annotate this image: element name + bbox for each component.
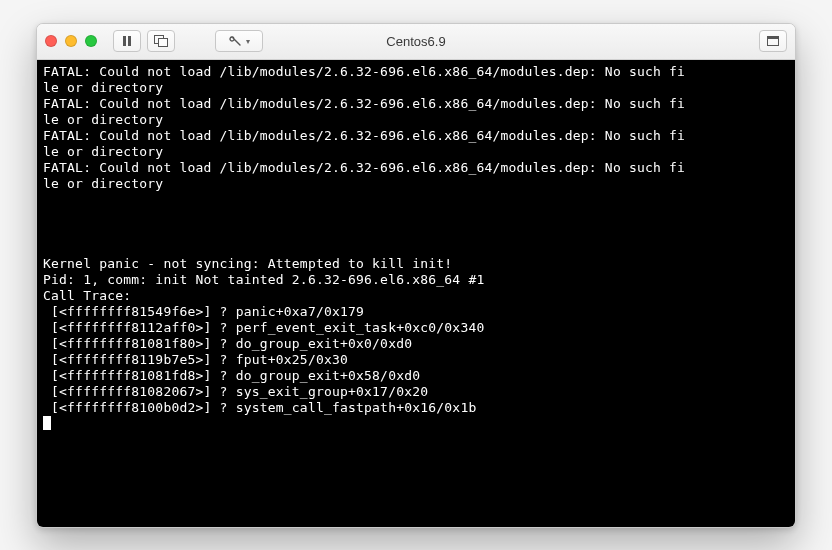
terminal-line: FATAL: Could not load /lib/modules/2.6.3… — [43, 64, 789, 80]
minimize-icon[interactable] — [65, 35, 77, 47]
terminal-line: [<ffffffff8112aff0>] ? perf_event_exit_t… — [43, 320, 789, 336]
svg-rect-5 — [768, 37, 779, 40]
terminal-line: [<ffffffff81549f6e>] ? panic+0xa7/0x179 — [43, 304, 789, 320]
snapshot-icon — [154, 35, 168, 47]
toolbar-left — [113, 30, 175, 52]
vm-window: ▾ Centos6.9 FATAL: Could not load /lib/m… — [36, 23, 796, 528]
zoom-icon[interactable] — [85, 35, 97, 47]
terminal-line — [43, 240, 789, 256]
settings-button[interactable]: ▾ — [215, 30, 263, 52]
svg-rect-3 — [159, 39, 168, 47]
pause-button[interactable] — [113, 30, 141, 52]
terminal-line — [43, 224, 789, 240]
terminal-line: Kernel panic - not syncing: Attempted to… — [43, 256, 789, 272]
toolbar-right — [759, 30, 787, 52]
terminal-line: le or directory — [43, 176, 789, 192]
toolbar-mid: ▾ — [215, 30, 263, 52]
terminal-line: [<ffffffff8119b7e5>] ? fput+0x25/0x30 — [43, 352, 789, 368]
terminal-line: le or directory — [43, 112, 789, 128]
terminal-line — [43, 192, 789, 208]
svg-rect-0 — [123, 36, 126, 46]
titlebar: ▾ Centos6.9 — [37, 24, 795, 60]
terminal-line: [<ffffffff81082067>] ? sys_exit_group+0x… — [43, 384, 789, 400]
snapshot-button[interactable] — [147, 30, 175, 52]
close-icon[interactable] — [45, 35, 57, 47]
terminal-line: Call Trace: — [43, 288, 789, 304]
terminal-line: [<ffffffff81081f80>] ? do_group_exit+0x0… — [43, 336, 789, 352]
terminal-line: Pid: 1, comm: init Not tainted 2.6.32-69… — [43, 272, 789, 288]
terminal-line: FATAL: Could not load /lib/modules/2.6.3… — [43, 96, 789, 112]
chevron-down-icon: ▾ — [246, 37, 250, 46]
fullscreen-button[interactable] — [759, 30, 787, 52]
svg-rect-1 — [128, 36, 131, 46]
terminal-line: le or directory — [43, 80, 789, 96]
terminal-line: FATAL: Could not load /lib/modules/2.6.3… — [43, 160, 789, 176]
wrench-icon — [228, 35, 242, 47]
terminal-cursor-line — [43, 416, 789, 432]
terminal-line: le or directory — [43, 144, 789, 160]
terminal-line: [<ffffffff8100b0d2>] ? system_call_fastp… — [43, 400, 789, 416]
terminal-line: FATAL: Could not load /lib/modules/2.6.3… — [43, 128, 789, 144]
cursor — [43, 416, 51, 430]
pause-icon — [122, 36, 132, 46]
terminal-output[interactable]: FATAL: Could not load /lib/modules/2.6.3… — [37, 60, 795, 527]
terminal-line — [43, 208, 789, 224]
traffic-lights — [45, 35, 97, 47]
terminal-line: [<ffffffff81081fd8>] ? do_group_exit+0x5… — [43, 368, 789, 384]
fullscreen-icon — [767, 36, 779, 46]
